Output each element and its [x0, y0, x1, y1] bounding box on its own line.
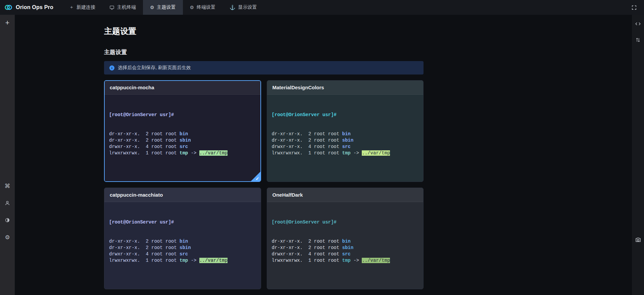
terminal-line: drwxr-xr-x. 4 root root src	[272, 251, 419, 257]
nav-label: 显示设置	[238, 4, 257, 10]
screenshot-camera-icon[interactable]	[634, 235, 642, 244]
nav-item-host-terminal[interactable]: 主机终端	[102, 0, 143, 15]
nav-label: 主机终端	[117, 4, 136, 10]
theme-card-header: catppuccin-macchiato	[104, 188, 261, 202]
notice-text: 选择后会立刻保存, 刷新页面后生效	[118, 65, 191, 71]
theme-card-header: OneHalfDark	[267, 188, 424, 202]
nav-label: 终端设置	[197, 4, 215, 10]
plus-icon: ＋	[69, 4, 74, 10]
app-logo-icon	[4, 3, 13, 12]
terminal-preview: [root@OrionServer usr]# dr-xr-xr-x. 2 ro…	[267, 202, 424, 289]
theme-name: OneHalfDark	[273, 192, 303, 198]
terminal-line: lrwxrwxrwx. 1 root root tmp -> ../var/tm…	[272, 257, 419, 264]
main-nav: ＋ 新建连接 主机终端 ⚙ 主题设置 ⚙ 终端设置 ⚓ 显示设置	[62, 0, 264, 15]
theme-name: catppuccin-macchiato	[110, 192, 163, 198]
user-icon[interactable]	[3, 199, 11, 207]
left-sidebar-bottom: ⌘ ⚙	[3, 182, 11, 241]
theme-card[interactable]: catppuccin-mocha [root@OrionServer usr]#…	[104, 80, 261, 182]
sort-icon[interactable]	[634, 36, 642, 44]
right-sidebar-bottom	[634, 235, 642, 244]
terminal-line: dr-xr-xr-x. 2 root root bin	[272, 131, 419, 137]
left-sidebar: + ⌘ ⚙	[0, 15, 15, 295]
section-title: 主题设置	[104, 48, 632, 56]
nav-label: 新建连接	[77, 4, 95, 10]
terminal-line: drwxr-xr-x. 4 root root src	[109, 251, 256, 257]
gear-icon: ⚙	[150, 5, 154, 10]
nav-label: 主题设置	[157, 4, 176, 10]
terminal-preview: [root@OrionServer usr]# dr-xr-xr-x. 2 ro…	[104, 202, 261, 289]
gear-icon: ⚙	[190, 5, 194, 10]
terminal-lines: dr-xr-xr-x. 2 root root bindr-xr-xr-x. 2…	[272, 238, 419, 264]
nav-item-theme-settings[interactable]: ⚙ 主题设置	[143, 0, 183, 15]
terminal-line: dr-xr-xr-x. 2 root root bin	[109, 131, 256, 137]
theme-card[interactable]: OneHalfDark [root@OrionServer usr]# dr-x…	[267, 188, 424, 289]
terminal-line: dr-xr-xr-x. 2 root root sbin	[109, 245, 256, 251]
theme-icon[interactable]	[3, 216, 11, 224]
command-icon[interactable]: ⌘	[3, 182, 11, 190]
theme-card-header: MaterialDesignColors	[267, 81, 424, 95]
terminal-line: dr-xr-xr-x. 2 root root sbin	[272, 245, 419, 251]
notice-banner: i 选择后会立刻保存, 刷新页面后生效	[104, 61, 424, 75]
terminal-icon	[109, 5, 114, 10]
terminal-prompt: [root@OrionServer usr]#	[109, 219, 256, 226]
theme-card-header: catppuccin-mocha	[104, 81, 261, 95]
brand[interactable]: Orion Ops Pro	[0, 0, 62, 15]
nav-item-new-connection[interactable]: ＋ 新建连接	[62, 0, 102, 15]
anchor-icon: ⚓	[230, 5, 235, 10]
terminal-line: dr-xr-xr-x. 2 root root sbin	[109, 137, 256, 144]
terminal-line: dr-xr-xr-x. 2 root root sbin	[272, 137, 419, 144]
right-sidebar-top	[634, 19, 642, 44]
theme-grid: catppuccin-mocha [root@OrionServer usr]#…	[104, 80, 424, 295]
app-title: Orion Ops Pro	[16, 4, 53, 10]
terminal-line: lrwxrwxrwx. 1 root root tmp -> ../var/tm…	[272, 150, 419, 156]
terminal-prompt: [root@OrionServer usr]#	[272, 219, 419, 226]
terminal-line: dr-xr-xr-x. 2 root root bin	[272, 238, 419, 245]
fullscreen-icon[interactable]	[628, 1, 640, 13]
terminal-line: lrwxrwxrwx. 1 root root tmp -> ../var/tm…	[109, 257, 256, 264]
terminal-preview: [root@OrionServer usr]# dr-xr-xr-x. 2 ro…	[104, 95, 261, 182]
right-sidebar	[632, 15, 644, 295]
terminal-lines: dr-xr-xr-x. 2 root root bindr-xr-xr-x. 2…	[109, 131, 256, 156]
terminal-lines: dr-xr-xr-x. 2 root root bindr-xr-xr-x. 2…	[109, 238, 256, 264]
settings-gear-icon[interactable]: ⚙	[3, 233, 11, 241]
terminal-line: drwxr-xr-x. 4 root root src	[272, 144, 419, 150]
theme-name: catppuccin-mocha	[110, 85, 154, 90]
nav-item-terminal-settings[interactable]: ⚙ 终端设置	[183, 0, 223, 15]
code-icon[interactable]	[634, 19, 642, 28]
nav-item-display-settings[interactable]: ⚓ 显示设置	[222, 0, 264, 15]
add-connection-icon[interactable]: +	[3, 18, 12, 28]
terminal-lines: dr-xr-xr-x. 2 root root bindr-xr-xr-x. 2…	[272, 131, 419, 156]
page-title: 主题设置	[104, 26, 632, 37]
terminal-line: drwxr-xr-x. 4 root root src	[109, 144, 256, 150]
terminal-line: lrwxrwxrwx. 1 root root tmp -> ../var/tm…	[109, 150, 256, 156]
terminal-prompt: [root@OrionServer usr]#	[272, 112, 419, 118]
theme-card[interactable]: MaterialDesignColors [root@OrionServer u…	[267, 80, 424, 182]
info-icon: i	[109, 65, 114, 70]
theme-name: MaterialDesignColors	[273, 85, 324, 90]
top-nav-bar: Orion Ops Pro ＋ 新建连接 主机终端 ⚙ 主题设置 ⚙ 终端设置 …	[0, 0, 644, 15]
main-content: 主题设置 主题设置 i 选择后会立刻保存, 刷新页面后生效 catppuccin…	[15, 15, 632, 295]
terminal-prompt: [root@OrionServer usr]#	[109, 112, 256, 118]
theme-card[interactable]: catppuccin-macchiato [root@OrionServer u…	[104, 188, 261, 289]
terminal-preview: [root@OrionServer usr]# dr-xr-xr-x. 2 ro…	[267, 95, 424, 182]
terminal-line: dr-xr-xr-x. 2 root root bin	[109, 238, 256, 245]
